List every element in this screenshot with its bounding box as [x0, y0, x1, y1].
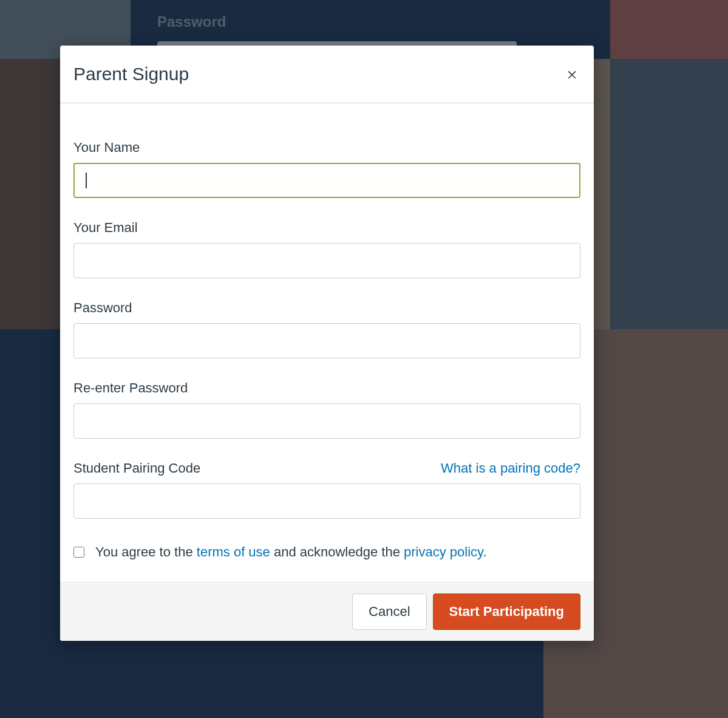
name-label: Your Name	[73, 140, 140, 156]
modal-header: Parent Signup	[60, 46, 594, 103]
privacy-policy-link[interactable]: privacy policy	[404, 544, 483, 559]
password-field-group: Password	[73, 300, 580, 358]
pairing-code-help-link[interactable]: What is a pairing code?	[441, 460, 580, 476]
email-label: Your Email	[73, 220, 138, 236]
pairing-code-label: Student Pairing Code	[73, 460, 200, 476]
parent-signup-modal: Parent Signup Your Name Your Email	[60, 46, 594, 641]
text-caret	[86, 173, 87, 188]
password-confirm-label: Re-enter Password	[73, 380, 188, 396]
terms-text: You agree to the terms of use and acknow…	[95, 544, 487, 560]
email-field-group: Your Email	[73, 220, 580, 278]
terms-row: You agree to the terms of use and acknow…	[73, 544, 580, 560]
pairing-code-input[interactable]	[73, 484, 580, 519]
modal-body: Your Name Your Email Password Re-enter P…	[60, 103, 594, 582]
modal-title: Parent Signup	[73, 64, 189, 84]
name-input[interactable]	[73, 163, 580, 198]
password-input[interactable]	[73, 323, 580, 358]
cancel-button[interactable]: Cancel	[352, 593, 426, 630]
password-confirm-input[interactable]	[73, 403, 580, 439]
password-label: Password	[73, 300, 132, 316]
terms-checkbox[interactable]	[73, 547, 84, 558]
close-icon	[566, 73, 578, 82]
terms-of-use-link[interactable]: terms of use	[197, 544, 270, 559]
password-confirm-field-group: Re-enter Password	[73, 380, 580, 439]
modal-footer: Cancel Start Participating	[60, 582, 594, 641]
close-button[interactable]	[563, 66, 580, 83]
pairing-code-field-group: Student Pairing Code What is a pairing c…	[73, 460, 580, 519]
name-field-group: Your Name	[73, 140, 580, 198]
email-input[interactable]	[73, 243, 580, 278]
start-participating-button[interactable]: Start Participating	[433, 593, 580, 630]
